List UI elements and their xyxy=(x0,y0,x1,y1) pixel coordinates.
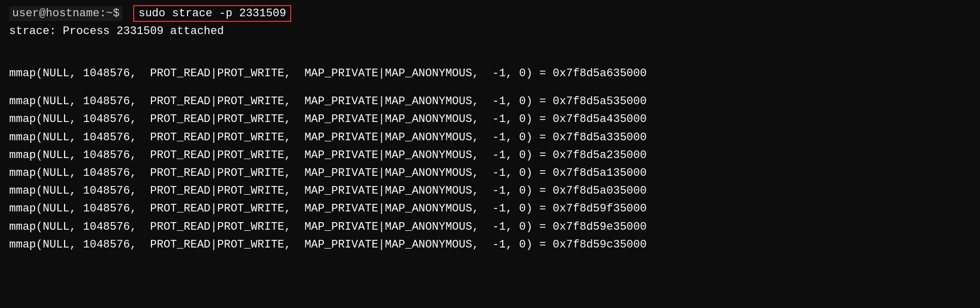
mmap-output: mmap(NULL, 1048576, PROT_READ|PROT_WRITE… xyxy=(9,65,971,254)
mmap-line: mmap(NULL, 1048576, PROT_READ|PROT_WRITE… xyxy=(9,182,971,200)
terminal-window: user@hostname:~$ sudo strace -p 2331509 … xyxy=(9,5,971,254)
mmap-line: mmap(NULL, 1048576, PROT_READ|PROT_WRITE… xyxy=(9,236,971,254)
mmap-line: mmap(NULL, 1048576, PROT_READ|PROT_WRITE… xyxy=(9,129,971,146)
command-box: sudo strace -p 2331509 xyxy=(133,5,291,22)
mmap-line: mmap(NULL, 1048576, PROT_READ|PROT_WRITE… xyxy=(9,93,971,110)
mmap-line: mmap(NULL, 1048576, PROT_READ|PROT_WRITE… xyxy=(9,218,971,236)
prompt-line: user@hostname:~$ sudo strace -p 2331509 xyxy=(9,5,971,22)
prompt-separator xyxy=(125,7,131,20)
mmap-line: mmap(NULL, 1048576, PROT_READ|PROT_WRITE… xyxy=(9,65,971,82)
mmap-line: mmap(NULL, 1048576, PROT_READ|PROT_WRITE… xyxy=(9,164,971,182)
mmap-line: mmap(NULL, 1048576, PROT_READ|PROT_WRITE… xyxy=(9,146,971,164)
prompt-user: user@hostname:~$ xyxy=(9,6,122,21)
mmap-line: mmap(NULL, 1048576, PROT_READ|PROT_WRITE… xyxy=(9,110,971,128)
strace-attached-line: strace: Process 2331509 attached xyxy=(9,23,971,40)
mmap-line: mmap(NULL, 1048576, PROT_READ|PROT_WRITE… xyxy=(9,200,971,218)
spacer xyxy=(9,54,971,65)
